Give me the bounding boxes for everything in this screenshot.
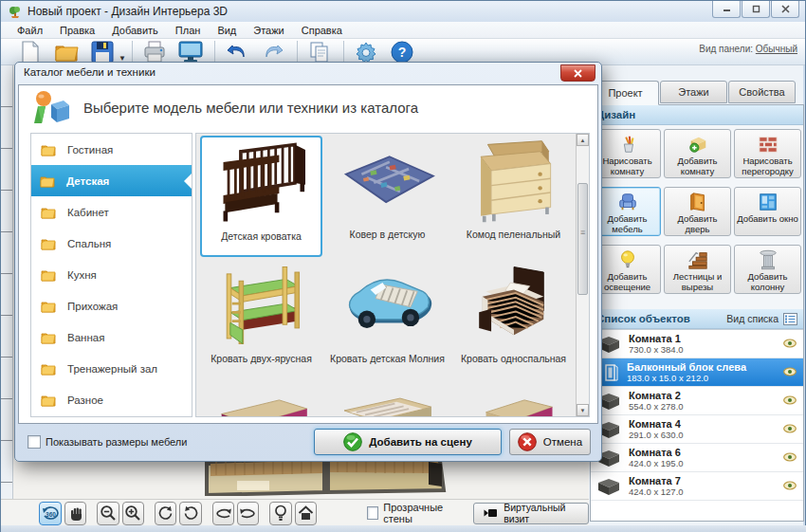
visibility-eye-icon[interactable] [783, 367, 797, 376]
visibility-eye-icon[interactable] [783, 424, 797, 433]
visibility-eye-icon[interactable] [783, 339, 797, 348]
item-label: Кровать двух-ярусная [211, 353, 312, 364]
item-single-bed[interactable]: Кровать односпальная [452, 260, 575, 381]
new-document-icon[interactable] [16, 40, 45, 64]
add-furniture-button[interactable]: Добавить мебель [594, 187, 661, 236]
tab-floors[interactable]: Этажи [660, 81, 727, 103]
item-baby-crib[interactable]: Детская кроватка [200, 136, 322, 257]
baby-crib-image [202, 138, 321, 229]
category-office[interactable]: Кабинет [31, 196, 192, 228]
right-panel: Проект Этажи Свойства Дизайн Нарисовать … [589, 65, 805, 527]
add-room-button[interactable]: Добавить комнату [664, 129, 731, 178]
add-window-button[interactable]: Добавить окно [734, 187, 801, 236]
add-door-button[interactable]: Добавить дверь [664, 187, 731, 236]
help-icon[interactable]: ? [388, 40, 416, 64]
category-hallway[interactable]: Прихожая [31, 290, 192, 321]
object-row-balcony-block[interactable]: Балконный блок слева183.0 x 15.0 x 212.0 [591, 358, 803, 387]
grid-scrollbar[interactable]: ▲ ▼ [576, 134, 589, 416]
copy-icon[interactable] [305, 40, 334, 64]
close-button[interactable] [771, 1, 799, 18]
object-row-room7[interactable]: Комната 7424.0 x 127.0 [591, 472, 803, 501]
room-icon [596, 477, 621, 496]
visibility-eye-icon[interactable] [783, 481, 797, 490]
dialog-prompt: Выберите модель мебели или техники из ка… [83, 100, 418, 116]
add-column-button[interactable]: Добавить колонну [734, 245, 801, 294]
item-kids-rug[interactable]: Ковер в детскую [326, 136, 449, 257]
dialog-footer: Показывать размеры мебели Добавить на сц… [18, 426, 598, 458]
dialog-close-button[interactable] [560, 64, 595, 82]
rotate-360-button[interactable]: 360 [39, 502, 61, 525]
pencil-cup-icon [617, 134, 638, 155]
scroll-up-icon[interactable]: ▲ [577, 134, 589, 146]
transparent-walls-checkbox[interactable] [367, 506, 378, 520]
menu-plan[interactable]: План [167, 24, 210, 37]
menu-edit[interactable]: Правка [51, 24, 103, 37]
virtual-visit-button[interactable]: Виртуальный визит [473, 503, 589, 524]
objects-section-header: Список объектов Вид списка [591, 309, 803, 329]
item-bunk-bed[interactable]: Кровать двух-ярусная [200, 260, 322, 381]
category-bedroom[interactable]: Спальня [31, 228, 192, 259]
save-icon[interactable] [88, 40, 117, 64]
app-icon [9, 5, 22, 18]
visibility-eye-icon[interactable] [783, 452, 797, 462]
check-circle-icon [343, 432, 362, 451]
category-kids-room[interactable]: Детская [30, 165, 192, 196]
menu-view[interactable]: Вид [209, 24, 245, 37]
panel-view-link[interactable]: Обычный [756, 44, 797, 54]
draw-partition-button[interactable]: Нарисовать перегородку [734, 129, 801, 178]
menu-floors[interactable]: Этажи [245, 24, 292, 37]
category-living-room[interactable]: Гостиная [31, 134, 192, 165]
object-row-room1[interactable]: Комната 1730.0 x 384.0 [591, 330, 803, 358]
item-car-bed[interactable]: Кровать детская Молния [326, 260, 449, 381]
minimize-button[interactable] [712, 1, 741, 18]
item-partial-2[interactable] [326, 386, 449, 417]
object-row-room4[interactable]: Комната 4291.0 x 630.0 [591, 415, 803, 444]
restore-button[interactable] [742, 1, 770, 18]
stairs-cutouts-button[interactable]: Лестницы и вырезы [664, 245, 731, 294]
scroll-thumb[interactable] [577, 183, 588, 295]
zoom-out-button[interactable] [97, 502, 119, 525]
room-plus-icon [687, 134, 708, 155]
scroll-down-icon[interactable]: ▼ [577, 404, 589, 416]
item-partial-1[interactable] [200, 386, 322, 417]
design-buttons: Нарисовать комнату Добавить комнату Нари… [591, 125, 803, 300]
object-row-room2[interactable]: Комната 2554.0 x 278.0 [591, 387, 803, 415]
category-kitchen[interactable]: Кухня [31, 259, 192, 290]
orbit-left-button[interactable] [212, 502, 234, 525]
pan-hand-button[interactable] [64, 502, 86, 525]
dialog-header: Выберите модель мебели или техники из ка… [19, 85, 597, 129]
furniture-grid: Детская кроватка [195, 133, 590, 417]
tab-properties[interactable]: Свойства [728, 81, 796, 103]
print-icon[interactable] [140, 40, 169, 64]
item-changing-dresser[interactable]: Комод пеленальный [452, 136, 575, 257]
category-bathroom[interactable]: Ванная [31, 321, 192, 353]
open-folder-icon[interactable] [52, 40, 81, 64]
visibility-eye-icon[interactable] [783, 395, 797, 405]
show-sizes-checkbox[interactable] [27, 435, 41, 449]
undo-icon[interactable] [223, 40, 251, 64]
car-bed-image [326, 260, 449, 351]
category-misc[interactable]: Разное [31, 384, 192, 415]
door-icon [687, 192, 708, 212]
add-lighting-button[interactable]: Добавить освещение [594, 245, 661, 294]
object-row-room6[interactable]: Комната 6424.0 x 195.0 [591, 444, 803, 472]
zoom-in-button[interactable] [122, 502, 144, 525]
add-to-scene-button[interactable]: Добавить на сцену [314, 429, 502, 455]
settings-gear-icon[interactable] [352, 40, 380, 64]
rotate-cw-button[interactable] [179, 502, 201, 525]
orbit-right-button[interactable] [237, 502, 259, 525]
rotate-ccw-button[interactable] [155, 502, 176, 525]
cancel-button[interactable]: Отмена [509, 429, 591, 455]
lighting-button[interactable] [269, 502, 291, 525]
menu-add[interactable]: Добавить [103, 24, 167, 37]
monitor-icon[interactable] [176, 40, 205, 64]
kids-rug-image [326, 136, 449, 227]
menu-file[interactable]: Файл [9, 24, 51, 37]
draw-room-button[interactable]: Нарисовать комнату [594, 129, 661, 178]
redo-icon[interactable] [259, 40, 287, 64]
category-gym[interactable]: Тренажерный зал [31, 353, 192, 384]
item-partial-3[interactable] [452, 386, 575, 417]
home-button[interactable] [295, 502, 317, 525]
menu-help[interactable]: Справка [293, 24, 351, 37]
list-view-icon[interactable] [783, 313, 797, 325]
